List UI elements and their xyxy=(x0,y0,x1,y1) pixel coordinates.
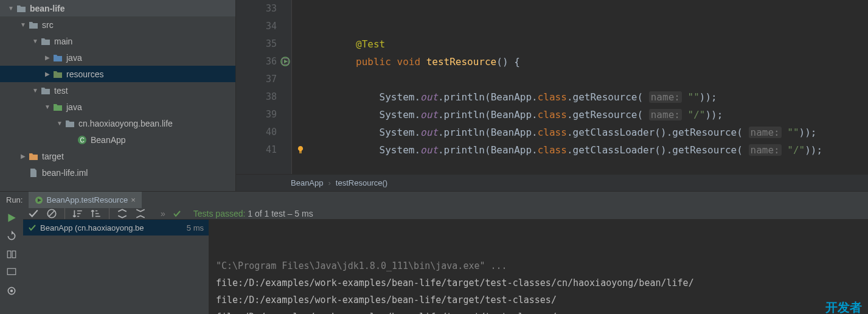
chevron-icon[interactable]: ▶ xyxy=(18,153,28,159)
code-line[interactable]: @Test xyxy=(309,35,868,53)
run-top-toolbar: » Tests passed: 1 of 1 test – 5 ms xyxy=(23,208,868,220)
gutter-line[interactable]: 40 xyxy=(236,124,291,141)
chevron-icon[interactable]: ▼ xyxy=(43,103,52,110)
project-tree[interactable]: ▼bean-life▼src▼main▶java▶resources▼test▼… xyxy=(0,0,236,191)
console-line: file:/D:/examples/work-examples/bean-lif… xyxy=(216,291,861,309)
collapse-icon[interactable] xyxy=(135,208,146,219)
code-line[interactable]: System.out.println(BeanApp.class.getReso… xyxy=(309,88,868,106)
breadcrumb[interactable]: BeanApp › testResource() xyxy=(236,174,868,191)
code-editor[interactable]: @Test public void testResource() { Syste… xyxy=(292,0,868,174)
gutter-line[interactable]: 38 xyxy=(236,88,291,106)
gutter-line[interactable]: 34 xyxy=(236,18,291,35)
chevron-icon[interactable]: ▼ xyxy=(55,120,64,127)
tree-label: src xyxy=(42,20,54,30)
chevron-right-icon: › xyxy=(328,178,331,187)
tree-item-beanapp[interactable]: CBeanApp xyxy=(0,131,235,148)
tree-item-java[interactable]: ▶java xyxy=(0,49,235,66)
tree-label: test xyxy=(54,86,68,96)
chevron-icon[interactable]: ▼ xyxy=(6,5,16,12)
run-left-toolbar xyxy=(0,208,23,314)
run-tab[interactable]: BeanApp.testResource × xyxy=(29,192,141,208)
editor-gutter[interactable]: 333435363738394041 xyxy=(236,0,292,174)
folder-icon xyxy=(52,70,63,78)
pin-icon[interactable] xyxy=(6,267,17,278)
tree-item-cn-haoxiaoyong-bean-life[interactable]: ▼cn.haoxiaoyong.bean.life xyxy=(0,115,235,131)
console-output[interactable]: "C:\Program Files\Java\jdk1.8.0_111\bin\… xyxy=(209,220,868,314)
test-row[interactable]: BeanApp (cn.haoxiaoyong.be 5 ms xyxy=(23,220,209,236)
folder-icon xyxy=(28,21,39,29)
check-icon[interactable] xyxy=(28,208,39,219)
breadcrumb-class[interactable]: BeanApp xyxy=(291,178,324,187)
tree-label: BeanApp xyxy=(91,135,126,145)
chevron-icon[interactable]: ▼ xyxy=(30,87,40,94)
tree-label: main xyxy=(54,37,72,46)
svg-marker-10 xyxy=(12,231,13,235)
gutter-line[interactable]: 39 xyxy=(236,106,291,124)
tree-label: bean-life.iml xyxy=(42,168,88,178)
svg-point-15 xyxy=(10,290,13,293)
code-line[interactable] xyxy=(309,0,868,18)
chevron-icon[interactable]: ▼ xyxy=(18,21,28,28)
test-name: BeanApp (cn.haoxiaoyong.be xyxy=(40,223,144,232)
tree-label: java xyxy=(66,53,82,63)
svg-rect-12 xyxy=(12,251,16,257)
tree-label: cn.haoxiaoyong.bean.life xyxy=(78,119,173,128)
folder-icon xyxy=(28,168,39,178)
tree-item-bean-life[interactable]: ▼bean-life xyxy=(0,0,235,16)
console-line: "C:\Program Files\Java\jdk1.8.0_111\bin\… xyxy=(216,257,861,274)
code-line[interactable]: public void testResource() { xyxy=(309,53,868,71)
settings-icon[interactable] xyxy=(6,285,17,296)
breadcrumb-method[interactable]: testResource() xyxy=(336,178,387,187)
chevron-icon[interactable]: ▶ xyxy=(43,71,52,77)
code-line[interactable]: System.out.println(BeanApp.class.getReso… xyxy=(309,106,868,124)
toggle-icon[interactable] xyxy=(6,249,17,260)
folder-icon xyxy=(52,103,63,111)
code-line[interactable]: System.out.println(BeanApp.class.getClas… xyxy=(309,124,868,141)
gutter-line[interactable]: 35 xyxy=(236,35,291,53)
svg-text:C: C xyxy=(80,137,84,144)
rerun-icon[interactable] xyxy=(6,231,17,242)
svg-rect-11 xyxy=(7,251,11,257)
tree-item-resources[interactable]: ▶resources xyxy=(0,66,235,82)
svg-rect-6 xyxy=(299,152,302,153)
gutter-line[interactable]: 41 xyxy=(236,141,291,159)
close-icon[interactable]: × xyxy=(131,195,136,204)
chevron-icon[interactable]: ▶ xyxy=(43,54,52,61)
gutter-line[interactable]: 37 xyxy=(236,71,291,88)
folder-icon xyxy=(40,86,51,95)
test-time: 5 ms xyxy=(187,223,204,232)
console-line: file:/D:/examples/work-examples/bean-lif… xyxy=(216,274,861,291)
intention-bulb-icon[interactable] xyxy=(296,145,305,154)
tree-item-src[interactable]: ▼src xyxy=(0,16,235,33)
svg-line-17 xyxy=(49,211,55,217)
code-line[interactable] xyxy=(309,18,868,35)
tree-item-target[interactable]: ▶target xyxy=(0,148,235,164)
tree-item-bean-life-iml[interactable]: bean-life.iml xyxy=(0,164,235,181)
run-tool-header: Run: BeanApp.testResource × xyxy=(0,191,868,208)
ignore-icon[interactable] xyxy=(46,208,57,219)
tree-label: resources xyxy=(66,69,103,79)
gutter-line[interactable]: 36 xyxy=(236,53,291,71)
tree-label: bean-life xyxy=(30,4,65,13)
tree-item-main[interactable]: ▼main xyxy=(0,33,235,49)
chevron-icon[interactable]: ▼ xyxy=(30,38,40,44)
tree-item-test[interactable]: ▼test xyxy=(0,82,235,99)
sort-up-icon[interactable] xyxy=(91,208,102,219)
tree-label: java xyxy=(66,102,82,112)
code-line[interactable] xyxy=(309,71,868,88)
run-panel: » Tests passed: 1 of 1 test – 5 ms BeanA… xyxy=(0,208,868,314)
folder-icon xyxy=(64,119,75,128)
run-icon[interactable] xyxy=(6,212,17,223)
folder-icon xyxy=(52,54,63,62)
sort-down-icon[interactable] xyxy=(72,208,83,219)
expand-icon[interactable] xyxy=(117,208,128,219)
run-label: Run: xyxy=(0,195,29,204)
watermark: 开发者 DevZe.CoM xyxy=(796,277,862,314)
test-tree[interactable]: BeanApp (cn.haoxiaoyong.be 5 ms xyxy=(23,220,209,314)
gutter-line[interactable]: 33 xyxy=(236,0,291,18)
console-line: file:/D:/examples/work-examples/bean-lif… xyxy=(216,309,861,314)
svg-marker-9 xyxy=(8,214,15,222)
tree-item-java[interactable]: ▼java xyxy=(0,99,235,115)
code-line[interactable]: System.out.println(BeanApp.class.getClas… xyxy=(309,141,868,159)
folder-icon xyxy=(28,152,39,161)
